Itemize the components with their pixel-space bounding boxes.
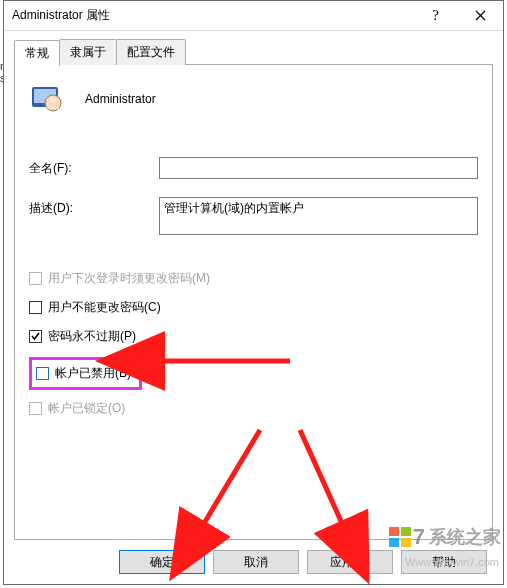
checkbox-label: 密码永不过期(P) bbox=[48, 328, 136, 345]
account-name: Administrator bbox=[85, 92, 156, 106]
checkbox-password-never-expires[interactable]: 密码永不过期(P) bbox=[29, 328, 478, 345]
checkbox-account-disabled-label[interactable]: 帐户已禁用(B) bbox=[55, 365, 131, 382]
help-button[interactable]: ? bbox=[413, 1, 458, 30]
tab-general[interactable]: 常规 bbox=[14, 40, 60, 66]
help-icon: ? bbox=[432, 7, 439, 24]
window-title: Administrator 属性 bbox=[12, 7, 413, 24]
cancel-button[interactable]: 取消 bbox=[213, 550, 299, 574]
checkbox-label: 帐户已锁定(O) bbox=[48, 400, 125, 417]
description-input[interactable] bbox=[159, 197, 478, 235]
checkbox-account-locked: 帐户已锁定(O) bbox=[29, 400, 478, 417]
checkbox-cannot-change-password[interactable]: 用户不能更改密码(C) bbox=[29, 299, 478, 316]
tab-panel-general: Administrator 全名(F): 描述(D): 用户下次登录时须更改密码… bbox=[14, 64, 493, 540]
tab-memberof[interactable]: 隶属于 bbox=[59, 39, 117, 65]
close-icon bbox=[475, 10, 486, 21]
tab-profile[interactable]: 配置文件 bbox=[116, 39, 186, 65]
checkbox-icon bbox=[29, 402, 42, 415]
checkbox-label: 用户下次登录时须更改密码(M) bbox=[48, 270, 210, 287]
checkbox-must-change-password: 用户下次登录时须更改密码(M) bbox=[29, 270, 478, 287]
titlebar: Administrator 属性 ? bbox=[4, 1, 503, 31]
checkbox-icon bbox=[29, 301, 42, 314]
checkbox-label: 用户不能更改密码(C) bbox=[48, 299, 161, 316]
ok-button[interactable]: 确定 bbox=[119, 550, 205, 574]
svg-point-3 bbox=[50, 97, 56, 103]
description-label: 描述(D): bbox=[29, 197, 159, 217]
help-button-bottom[interactable]: 帮助 bbox=[401, 550, 487, 574]
tabstrip: 常规 隶属于 配置文件 bbox=[14, 39, 493, 65]
properties-dialog: Administrator 属性 ? 常规 隶属于 配置文件 bbox=[3, 0, 504, 585]
button-bar: 确定 取消 应用(A) 帮助 bbox=[14, 540, 493, 574]
client-area: 常规 隶属于 配置文件 Administrator 全名(F): bbox=[4, 31, 503, 584]
apply-button[interactable]: 应用(A) bbox=[307, 550, 393, 574]
fullname-label: 全名(F): bbox=[29, 157, 159, 177]
checkbox-icon-checked bbox=[29, 330, 42, 343]
fullname-input[interactable] bbox=[159, 157, 478, 179]
close-button[interactable] bbox=[458, 1, 503, 30]
checkbox-icon bbox=[29, 272, 42, 285]
highlight-annotation: 帐户已禁用(B) bbox=[29, 357, 142, 390]
user-icon bbox=[29, 81, 65, 117]
checkbox-icon[interactable] bbox=[36, 367, 49, 380]
